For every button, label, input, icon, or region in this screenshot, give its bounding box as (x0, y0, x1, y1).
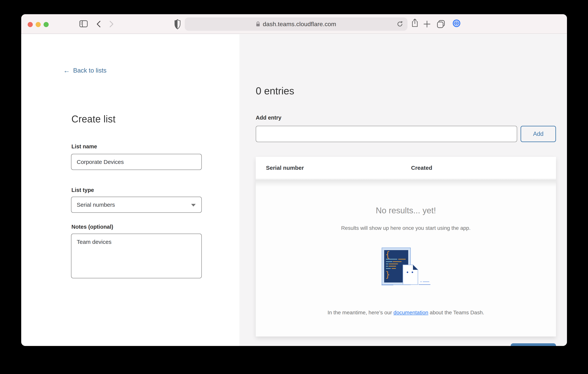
tab-overview-icon[interactable] (436, 20, 446, 29)
sidebar-icon[interactable] (79, 20, 88, 28)
close-window-button[interactable] (28, 22, 33, 27)
add-entry-label: Add entry (256, 115, 281, 121)
forward-icon[interactable] (109, 21, 115, 28)
onepassword-icon[interactable] (452, 19, 461, 27)
back-link-label: Back to lists (73, 67, 106, 74)
back-to-lists-link[interactable]: ← Back to lists (63, 67, 106, 74)
add-entry-input[interactable] (256, 126, 517, 142)
list-type-label: List type (71, 187, 94, 193)
svg-text:{: { (385, 250, 390, 259)
entries-count-heading: 0 entries (256, 85, 294, 97)
primary-action-button[interactable] (511, 343, 556, 346)
list-name-label: List name (71, 143, 97, 150)
documentation-sentence: In the meantime, here’s our documentatio… (327, 310, 484, 316)
doc-text-prefix: In the meantime, here’s our (327, 310, 393, 315)
list-name-input[interactable] (71, 154, 202, 170)
page-content: ← Back to lists Create list List name Li… (21, 34, 567, 346)
svg-text:}: } (385, 270, 390, 279)
reload-icon[interactable] (397, 21, 403, 27)
notes-textarea[interactable]: Team devices (71, 234, 202, 278)
empty-state-title: No results... yet! (376, 206, 436, 215)
back-arrow-icon: ← (63, 67, 70, 74)
page-title: Create list (71, 114, 116, 125)
list-type-select[interactable]: Serial numbers (71, 197, 202, 213)
empty-state-subtitle: Results will show up here once you start… (341, 225, 471, 231)
empty-state-illustration: { } (381, 247, 430, 288)
address-bar[interactable]: dash.teams.cloudflare.com (185, 17, 408, 31)
documentation-link[interactable]: documentation (393, 310, 428, 315)
entries-panel: 0 entries Add entry Add Serial number Cr… (240, 34, 567, 346)
minimize-window-button[interactable] (36, 22, 41, 27)
chevron-down-icon (191, 204, 196, 206)
add-entry-button[interactable]: Add (521, 126, 556, 142)
notes-label: Notes (optional) (71, 224, 113, 230)
url-text: dash.teams.cloudflare.com (263, 21, 336, 28)
browser-toolbar: dash.teams.cloudflare.com (21, 14, 567, 34)
entries-table: Serial number Created No results... yet!… (256, 157, 556, 336)
back-icon[interactable] (96, 21, 101, 28)
safari-window: dash.teams.cloudflare.com (21, 14, 567, 346)
doc-text-suffix: about the Teams Dash. (428, 310, 484, 315)
share-icon[interactable] (411, 19, 418, 27)
new-tab-icon[interactable] (423, 20, 431, 28)
entries-table-header: Serial number Created (256, 157, 556, 179)
shield-icon[interactable] (174, 19, 181, 30)
zoom-window-button[interactable] (43, 22, 49, 27)
column-header-serial-number: Serial number (266, 165, 304, 171)
create-list-panel: ← Back to lists Create list List name Li… (21, 34, 240, 346)
desktop-background: dash.teams.cloudflare.com (0, 0, 588, 374)
list-type-selected-value: Serial numbers (77, 202, 115, 208)
column-header-created: Created (411, 165, 432, 171)
lock-icon (256, 21, 260, 27)
empty-state: No results... yet! Results will show up … (256, 179, 556, 336)
